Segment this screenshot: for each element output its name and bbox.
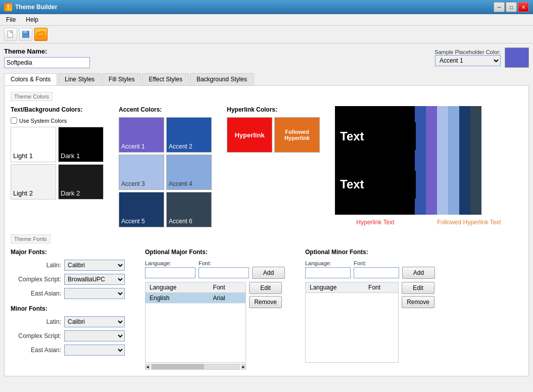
opt-minor-table-area: Language Font Edit Remove	[305, 282, 435, 363]
accent-3[interactable]: Accent 3	[119, 155, 164, 190]
opt-major-row-font: Arial	[209, 293, 246, 304]
opt-minor-add-button[interactable]: Add	[402, 267, 435, 279]
color-light2[interactable]: Light 2	[11, 164, 56, 200]
title-bar: T Theme Builder ─ □ ✕	[0, 0, 533, 14]
use-system-colors-row: Use System Colors	[11, 117, 104, 124]
preview-text-2: Text	[340, 177, 364, 191]
use-system-checkbox[interactable]	[11, 117, 17, 124]
opt-minor-lang-input[interactable]	[305, 267, 351, 278]
major-complex-select[interactable]: BrowalliaUPC	[64, 274, 125, 285]
theme-name-input[interactable]	[4, 57, 90, 68]
major-eastasian-label: East Asian:	[11, 290, 61, 297]
opt-major-lang-label: Language:	[145, 260, 196, 266]
scroll-left-arrow[interactable]: ◄	[145, 364, 150, 370]
theme-name-label: Theme Name:	[4, 47, 90, 55]
major-eastasian-select[interactable]	[64, 288, 125, 299]
color-dark1[interactable]: Dark 1	[58, 127, 104, 162]
placeholder-select[interactable]: Accent 1 Accent 2 Accent 3	[435, 55, 501, 66]
main-content: Theme Name: Sample Placeholder Color: Ac…	[0, 43, 533, 380]
opt-major-table-area: Language Font English Arial	[145, 282, 285, 363]
minor-latin-label: Latin:	[11, 318, 61, 325]
tab-effect-styles[interactable]: Effect Styles	[142, 73, 188, 85]
hyperlink-labels: Hyperlink Text Followed Hyperlink Text	[335, 219, 522, 226]
opt-minor-title: Optional Minor Fonts:	[305, 249, 435, 256]
color-dark2[interactable]: Dark 2	[58, 164, 104, 200]
opt-major-lang-input[interactable]	[145, 267, 196, 278]
opt-major-buttons: Add	[252, 267, 285, 279]
opt-minor-lang-col: Language	[306, 282, 364, 293]
opt-major-row-lang: English	[146, 293, 209, 304]
theme-colors-title: Theme Colors	[11, 92, 53, 101]
opt-minor-font-input[interactable]	[354, 267, 399, 278]
major-latin-select[interactable]: Calibri	[64, 260, 125, 271]
opt-major-fonts: Optional Major Fonts: Language: Font: Ad…	[145, 249, 285, 370]
new-button[interactable]	[4, 28, 17, 41]
opt-minor-lang-label: Language:	[305, 260, 351, 266]
minor-complex-label: Complex Script:	[11, 332, 61, 339]
fonts-row: Major Fonts: Latin: Calibri Complex Scri…	[11, 249, 522, 370]
opt-major-lang-col: Language	[146, 282, 209, 293]
opt-major-edit-button[interactable]: Edit	[249, 282, 282, 294]
scroll-right-arrow[interactable]: ►	[241, 364, 246, 370]
scroll-thumb[interactable]	[152, 364, 204, 369]
fonts-section: Theme Fonts Major Fonts: Latin: Calibri …	[11, 234, 522, 370]
tabs: Colors & Fonts Line Styles Fill Styles E…	[4, 73, 529, 85]
major-fonts: Major Fonts: Latin: Calibri Complex Scri…	[11, 249, 125, 359]
tab-fill-styles[interactable]: Fill Styles	[102, 73, 141, 85]
opt-major-remove-button[interactable]: Remove	[249, 296, 282, 308]
hyperlink-grid: Hyperlink Followed Hyperlink	[227, 117, 320, 153]
colors-row: Text/Background Colors: Use System Color…	[11, 106, 522, 227]
accent-1[interactable]: Accent 1	[119, 117, 164, 153]
opt-minor-input-row: Language: Font: Add	[305, 260, 435, 279]
opt-major-font-label: Font:	[199, 260, 249, 266]
opt-major-input-row: Language: Font: Add	[145, 260, 285, 279]
opt-major-scrollbar: ◄ ►	[145, 364, 246, 370]
maximize-button[interactable]: □	[506, 2, 517, 12]
opt-minor-table: Language Font	[305, 282, 399, 363]
theme-name-row: Theme Name: Sample Placeholder Color: Ac…	[4, 47, 529, 68]
minor-eastasian-label: East Asian:	[11, 347, 61, 354]
table-row[interactable]: English Arial	[146, 293, 246, 304]
opt-minor-fonts: Optional Minor Fonts: Language: Font: Ad…	[305, 249, 435, 363]
opt-major-font-col: Font	[209, 282, 246, 293]
close-button[interactable]: ✕	[518, 2, 529, 12]
toolbar	[0, 26, 533, 43]
scroll-track	[151, 364, 240, 370]
open-button[interactable]	[34, 28, 47, 41]
opt-minor-edit-button[interactable]: Edit	[402, 282, 434, 294]
accent-4[interactable]: Accent 4	[166, 155, 212, 190]
accent-6[interactable]: Accent 6	[166, 192, 212, 227]
opt-major-table: Language Font English Arial	[145, 282, 246, 363]
title-bar-controls: ─ □ ✕	[494, 2, 529, 12]
theme-fonts-title: Theme Fonts	[11, 234, 51, 243]
accent-2[interactable]: Accent 2	[166, 117, 212, 153]
followed-hyperlink-color[interactable]: Followed Hyperlink	[274, 117, 320, 153]
tab-background-styles[interactable]: Background Styles	[190, 73, 254, 85]
tab-colors-fonts[interactable]: Colors & Fonts	[4, 73, 57, 85]
save-button[interactable]	[19, 28, 32, 41]
hyperlink-color[interactable]: Hyperlink	[227, 117, 272, 153]
minimize-button[interactable]: ─	[494, 2, 505, 12]
hyperlink-title: Hyperlink Colors:	[227, 106, 320, 113]
tab-panel: Theme Colors Text/Background Colors: Use…	[4, 85, 529, 376]
major-complex-row: Complex Script: BrowalliaUPC	[11, 274, 125, 285]
minor-fonts: Minor Fonts: Latin: Calibri Complex Scri…	[11, 305, 125, 356]
menu-file[interactable]: File	[2, 15, 20, 24]
followed-hyperlink-text-label: Followed Hyperlink Text	[437, 219, 501, 226]
minor-complex-select[interactable]	[64, 330, 125, 341]
opt-minor-remove-button[interactable]: Remove	[402, 296, 434, 308]
accent-5[interactable]: Accent 5	[119, 192, 164, 227]
opt-major-font-input[interactable]	[199, 267, 249, 278]
placeholder-color-swatch	[505, 47, 529, 68]
menu-help[interactable]: Help	[22, 15, 42, 24]
opt-minor-font-label: Font:	[354, 260, 399, 266]
color-light1[interactable]: Light 1	[11, 127, 56, 162]
minor-latin-select[interactable]: Calibri	[64, 316, 125, 327]
title-bar-text: Theme Builder	[15, 4, 491, 11]
minor-eastasian-select[interactable]	[64, 345, 125, 356]
tab-line-styles[interactable]: Line Styles	[58, 73, 101, 85]
opt-major-add-button[interactable]: Add	[252, 267, 285, 279]
app-icon: T	[4, 3, 12, 11]
hyperlink-text-label: Hyperlink Text	[356, 219, 394, 226]
use-system-label: Use System Colors	[19, 118, 67, 124]
